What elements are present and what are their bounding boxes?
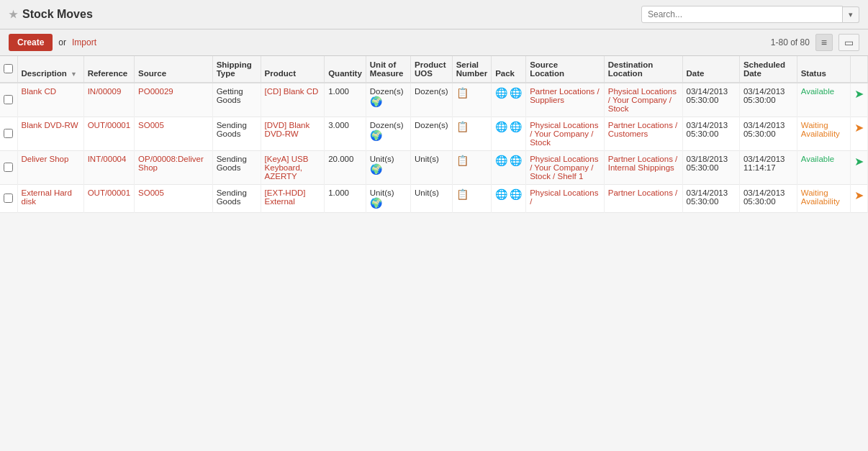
header-unit-of-measure[interactable]: Unit ofMeasure [366,56,410,83]
product-link[interactable]: [KeyA] USB Keyboard, AZERTY [265,155,309,181]
row-scheduled-date: 03/14/2013 05:30:00 [739,83,797,117]
row-source-location: Physical Locations / [526,185,605,213]
row-checkbox-cell[interactable] [0,83,17,117]
header-status[interactable]: Status [797,56,850,83]
row-product: [EXT-HDD] External [261,185,325,213]
pack-icon2[interactable]: 🌐 [510,155,522,166]
row-checkbox[interactable] [4,193,13,203]
pack-icon2[interactable]: 🌐 [510,87,522,99]
row-scheduled-date: 03/14/2013 11:14:17 [739,151,797,185]
header-scheduled-date[interactable]: ScheduledDate [739,56,797,83]
import-link[interactable]: Import [72,37,96,47]
reference-link[interactable]: OUT/00001 [88,121,130,129]
toolbar: Create or Import 1-80 of 80 ≡ ▭ [0,29,868,56]
destination-location-link[interactable]: Partner Locations / Customers [608,121,678,138]
row-status: Available [797,83,850,117]
header-action [850,56,867,83]
product-link[interactable]: [DVD] Blank DVD-RW [265,121,310,138]
pack-icon2[interactable]: 🌐 [510,188,522,200]
header-date[interactable]: Date [682,56,739,83]
table-row[interactable]: Blank DVD-RW OUT/00001 SO005 Sending Goo… [0,117,868,151]
description-link[interactable]: External Hard disk [22,188,72,206]
pack-icon1[interactable]: 🌐 [495,87,507,99]
destination-location-link[interactable]: Partner Locations / Internal Shippings [608,155,678,172]
source-location-link[interactable]: Partner Locations / Suppliers [530,87,600,104]
header-quantity[interactable]: Quantity [325,56,366,83]
create-button[interactable]: Create [9,34,53,51]
row-action[interactable]: ➤ [850,117,867,151]
search-input[interactable] [641,6,843,23]
description-link[interactable]: Blank CD [22,87,57,96]
star-icon[interactable]: ★ [9,9,18,20]
card-view-button[interactable]: ▭ [838,34,859,51]
search-dropdown-btn[interactable]: ▾ [843,6,859,23]
list-view-button[interactable]: ≡ [815,34,833,51]
header-source-location[interactable]: SourceLocation [526,56,605,83]
header-source[interactable]: Source [135,56,213,83]
reference-link[interactable]: INT/00004 [88,155,127,163]
row-quantity: 1.000 [325,185,366,213]
table-row[interactable]: Deliver Shop INT/00004 OP/00008:Deliver … [0,151,868,185]
pack-icon1[interactable]: 🌐 [495,121,507,132]
destination-location-link[interactable]: Physical Locations / Your Company / Stoc… [608,87,677,113]
row-pack: 🌐 🌐 [492,117,526,151]
row-destination-location: Partner Locations / [604,185,682,213]
action-arrow-button[interactable]: ➤ [854,121,864,135]
description-link[interactable]: Blank DVD-RW [22,121,78,129]
header-product-uos[interactable]: ProductUOS [411,56,453,83]
row-checkbox-cell[interactable] [0,185,17,213]
serial-icon[interactable]: 📋 [456,121,469,132]
status-badge: Waiting Availability [801,188,840,206]
source-location-link[interactable]: Physical Locations / Your Company / Stoc… [530,155,598,181]
row-action[interactable]: ➤ [850,83,867,117]
header-reference[interactable]: Reference [83,56,134,83]
header-description[interactable]: Description ▼ [17,56,83,83]
row-unit-of-measure: Dozen(s) 🌍 [366,117,410,151]
row-checkbox-cell[interactable] [0,151,17,185]
stock-moves-table: Description ▼ Reference Source ShippingT… [0,56,868,213]
serial-icon[interactable]: 📋 [456,87,469,99]
serial-icon[interactable]: 📋 [456,155,469,166]
reference-link[interactable]: OUT/00001 [88,188,130,197]
product-link[interactable]: [CD] Blank CD [265,87,319,96]
header-pack[interactable]: Pack [492,56,526,83]
row-serial-number: 📋 [452,185,491,213]
header-checkbox-col[interactable] [0,56,17,83]
pack-icon2[interactable]: 🌐 [510,121,522,132]
row-checkbox-cell[interactable] [0,117,17,151]
source-link[interactable]: SO005 [138,188,164,197]
table-row[interactable]: Blank CD IN/00009 PO00029 Getting Goods … [0,83,868,117]
row-unit-of-measure: Dozen(s) 🌍 [366,83,410,117]
pack-icon1[interactable]: 🌐 [495,155,507,166]
row-action[interactable]: ➤ [850,151,867,185]
row-status: Waiting Availability [797,117,850,151]
pagination-label: 1-80 of 80 [771,37,810,47]
row-checkbox[interactable] [4,129,13,138]
serial-icon[interactable]: 📋 [456,188,469,200]
source-location-link[interactable]: Physical Locations / Your Company / Stoc… [530,121,598,147]
header-destination-location[interactable]: DestinationLocation [604,56,682,83]
table-row[interactable]: External Hard disk OUT/00001 SO005 Sendi… [0,185,868,213]
source-link[interactable]: OP/00008:Deliver Shop [138,155,204,172]
destination-location-link[interactable]: Partner Locations / [608,188,678,197]
source-link[interactable]: PO00029 [138,87,173,96]
select-all-checkbox[interactable] [4,64,13,73]
description-link[interactable]: Deliver Shop [22,155,69,163]
action-arrow-button[interactable]: ➤ [854,188,864,202]
row-action[interactable]: ➤ [850,185,867,213]
header-shipping-type[interactable]: ShippingType [212,56,261,83]
row-date: 03/18/2013 05:30:00 [682,151,739,185]
row-checkbox[interactable] [4,95,13,104]
action-arrow-button[interactable]: ➤ [854,87,864,101]
row-checkbox[interactable] [4,163,13,172]
row-source-location: Physical Locations / Your Company / Stoc… [526,117,605,151]
header-serial-number[interactable]: SerialNumber [452,56,491,83]
action-arrow-button[interactable]: ➤ [854,155,864,168]
header-product[interactable]: Product [261,56,325,83]
pack-icon1[interactable]: 🌐 [495,188,507,200]
source-link[interactable]: SO005 [138,121,164,129]
reference-link[interactable]: IN/00009 [88,87,122,96]
source-location-link[interactable]: Physical Locations / [530,188,598,206]
page-title-text: Stock Moves [22,8,93,21]
product-link[interactable]: [EXT-HDD] External [265,188,306,206]
